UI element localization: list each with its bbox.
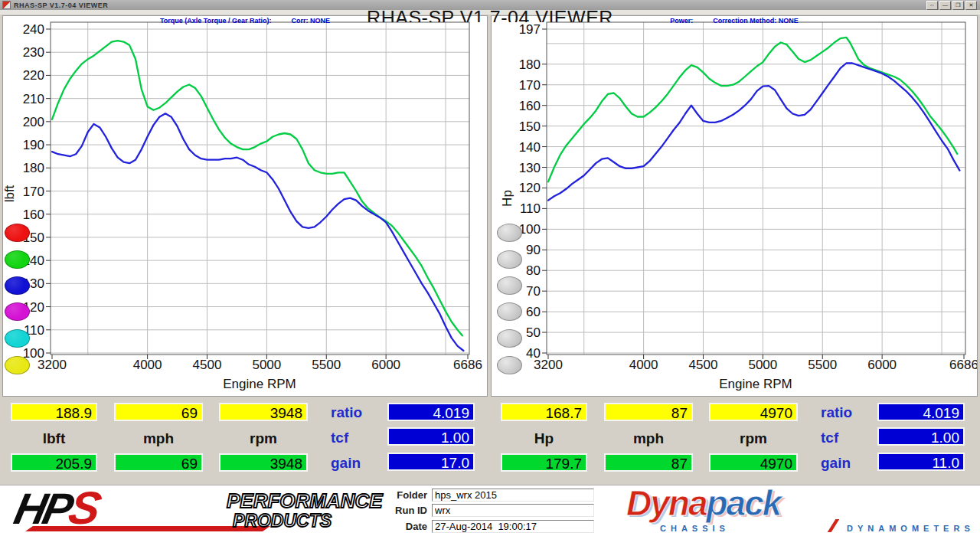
- svg-text:Hp: Hp: [500, 190, 514, 207]
- window-titlebar: RHAS-SP V1.7-04 VIEWER: [0, 0, 980, 10]
- gain-label: gain: [331, 455, 361, 472]
- folder-input[interactable]: [432, 489, 594, 502]
- dynapack-logo: Dynapack CHASSIS DYNAMOMETERS: [620, 487, 976, 534]
- lbft-curve-blue: [52, 113, 463, 351]
- channel-button-gray-2[interactable]: [497, 250, 522, 269]
- svg-text:6000: 6000: [867, 358, 897, 372]
- mph-unit-label: mph: [604, 429, 693, 449]
- svg-text:90: 90: [526, 243, 541, 257]
- gain-torque-value: 205.9: [11, 453, 97, 472]
- svg-text:180: 180: [519, 57, 541, 72]
- svg-text:4500: 4500: [193, 358, 222, 372]
- svg-text:5000: 5000: [748, 358, 777, 372]
- torque-chart-panel[interactable]: 2402302202102001901801701601501401301201…: [2, 15, 488, 397]
- lbft-curve-green: [52, 41, 462, 335]
- svg-text:230: 230: [23, 45, 44, 60]
- cursor-mph-value: 87: [604, 403, 693, 421]
- app-icon: [2, 1, 11, 9]
- window-top-strip: [0, 10, 980, 15]
- hp-unit-label: Hp: [501, 429, 587, 449]
- hps-performance-text: PERFORMANCE: [227, 489, 383, 513]
- svg-text:6000: 6000: [371, 358, 400, 372]
- svg-text:Engine RPM: Engine RPM: [223, 377, 296, 391]
- channel-button-magenta[interactable]: [5, 302, 30, 321]
- power-chart[interactable]: 1971801701601501401301201101009080706050…: [492, 16, 977, 396]
- svg-text:170: 170: [23, 185, 44, 199]
- tcf-value: 1.00: [877, 427, 965, 446]
- gain-hp-value: 179.7: [501, 453, 587, 472]
- svg-text:100: 100: [519, 222, 541, 237]
- svg-text:5500: 5500: [808, 358, 837, 372]
- rpm-unit-label: rpm: [709, 429, 798, 449]
- hp-curve-blue: [548, 64, 959, 201]
- svg-text:3200: 3200: [534, 358, 563, 372]
- svg-text:70: 70: [526, 284, 541, 299]
- svg-text:240: 240: [23, 22, 44, 37]
- svg-text:50: 50: [526, 325, 541, 340]
- date-label: Date: [375, 521, 427, 532]
- svg-text:120: 120: [519, 181, 541, 195]
- gain-value: 17.0: [387, 453, 475, 471]
- gain-label: gain: [821, 455, 851, 472]
- dynapack-chassis-text: CHASSIS: [660, 524, 730, 533]
- tcf-label: tcf: [821, 430, 838, 446]
- torque-unit-label: lbft: [11, 429, 97, 449]
- svg-text:197: 197: [519, 22, 541, 37]
- svg-text:150: 150: [519, 119, 541, 134]
- svg-text:5500: 5500: [312, 358, 341, 372]
- ratio-value: 4.019: [387, 403, 475, 421]
- svg-text:4500: 4500: [689, 358, 718, 372]
- cursor-rpm-value: 3948: [219, 403, 308, 421]
- svg-text:160: 160: [519, 99, 541, 113]
- power-chart-panel[interactable]: 1971801701601501401301201101009080706050…: [491, 15, 978, 397]
- svg-text:4000: 4000: [133, 358, 162, 372]
- svg-text:210: 210: [23, 92, 44, 106]
- svg-text:200: 200: [23, 115, 44, 129]
- gain-mph-value: 87: [604, 453, 693, 472]
- svg-text:6686: 6686: [949, 358, 977, 372]
- run-info-fields: Folder Run ID Date: [375, 488, 605, 535]
- channel-button-gray-4[interactable]: [497, 302, 522, 321]
- run-id-input[interactable]: [432, 504, 594, 517]
- window-restore-down-icon[interactable]: ⇔: [926, 1, 938, 10]
- channel-button-yellow[interactable]: [5, 356, 30, 374]
- svg-text:60: 60: [526, 305, 541, 319]
- run-id-label: Run ID: [375, 505, 427, 516]
- cursor-torque-value: 188.9: [11, 403, 97, 421]
- svg-text:140: 140: [519, 140, 541, 155]
- channel-button-green[interactable]: [5, 250, 30, 269]
- channel-button-cyan[interactable]: [5, 329, 30, 348]
- svg-text:110: 110: [520, 201, 541, 216]
- cursor-rpm-value: 4970: [709, 403, 798, 421]
- svg-text:170: 170: [519, 78, 541, 93]
- tcf-value: 1.00: [387, 427, 475, 446]
- torque-readout-table: 188.9 69 3948 lbft mph rpm 205.9 69 3948…: [0, 398, 490, 484]
- rpm-unit-label: rpm: [219, 429, 308, 449]
- channel-button-gray-1[interactable]: [497, 224, 522, 242]
- folder-label: Folder: [375, 489, 427, 501]
- window-minimize-icon[interactable]: —: [939, 1, 951, 10]
- hps-products-text: PRODUCTS: [233, 511, 332, 531]
- channel-button-gray-5[interactable]: [497, 329, 522, 348]
- window-controls: ⇔ — ❐ ✕: [926, 1, 977, 10]
- channel-button-gray-6[interactable]: [497, 356, 522, 374]
- tcf-label: tcf: [331, 430, 348, 446]
- date-input[interactable]: [432, 520, 594, 533]
- hps-logo: HPS PERFORMANCE PRODUCTS: [6, 488, 366, 534]
- channel-button-red[interactable]: [5, 224, 30, 242]
- gain-rpm-value: 4970: [709, 453, 798, 472]
- gain-value: 11.0: [877, 453, 965, 471]
- channel-button-gray-3[interactable]: [497, 276, 522, 295]
- mph-unit-label: mph: [114, 429, 203, 449]
- window-maximize-icon[interactable]: ❐: [952, 1, 964, 10]
- dynapack-logo-text: Dynapack: [626, 482, 780, 524]
- ratio-value: 4.019: [877, 403, 965, 421]
- torque-chart[interactable]: 2402302202102001901801701601501401301201…: [3, 16, 487, 396]
- svg-text:4000: 4000: [629, 358, 658, 372]
- dynapack-dynamometers-text: DYNAMOMETERS: [847, 524, 975, 533]
- gain-mph-value: 69: [114, 453, 203, 472]
- channel-button-blue[interactable]: [5, 276, 30, 295]
- svg-text:5000: 5000: [252, 358, 281, 372]
- window-close-icon[interactable]: ✕: [965, 1, 977, 10]
- svg-text:Engine RPM: Engine RPM: [719, 377, 792, 391]
